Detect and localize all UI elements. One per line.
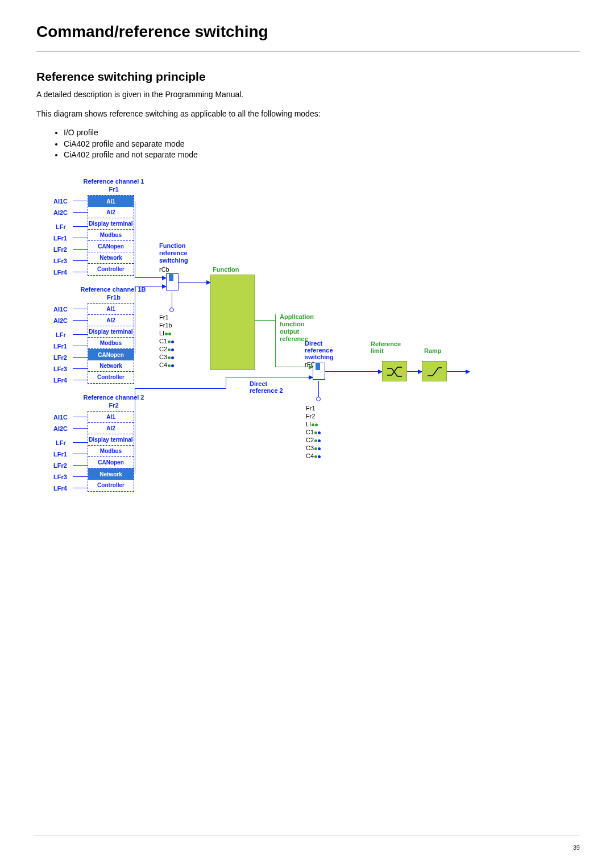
divider-top — [36, 51, 580, 52]
selector-option: AI2 — [88, 207, 134, 218]
opt: C4 — [306, 452, 321, 460]
selector-ch1b: AI1 AI2 Display terminal Modbus CANopen … — [88, 303, 134, 384]
connector — [135, 201, 135, 277]
opt: Fr2 — [306, 412, 321, 420]
rfc-options: Fr1 Fr2 LI C1 C2 C3 C4 — [306, 404, 321, 460]
connector — [318, 381, 319, 397]
selector-option: Network — [88, 360, 134, 372]
app-output-label: Application function output reference — [280, 313, 314, 343]
selector-option: CANopen — [88, 457, 134, 468]
intro-1: A detailed description is given in the P… — [36, 89, 580, 101]
opt: Fr1 — [159, 313, 174, 321]
input-label: LFr3 — [53, 474, 78, 480]
input-label: LFr4 — [53, 377, 78, 384]
channel-sub: Fr1b — [80, 294, 148, 301]
connector — [226, 377, 226, 388]
opt: C2 — [306, 436, 321, 444]
connector — [73, 212, 88, 213]
opt: C4 — [159, 361, 174, 369]
input-label: LFr3 — [53, 258, 78, 264]
opt: LI — [306, 420, 321, 428]
selector-option: AI1 — [88, 412, 134, 423]
list-item: CiA402 profile and separate mode — [64, 139, 580, 150]
input-label: AI1C — [53, 414, 78, 421]
selector-option: Display terminal — [88, 218, 134, 230]
connector — [73, 260, 88, 261]
selector-option: AI2 — [88, 315, 134, 326]
connector — [73, 368, 88, 369]
connector — [73, 226, 88, 227]
selector-option: Display terminal — [88, 434, 134, 446]
ramp-block — [422, 361, 447, 381]
input-label: AI2C — [53, 209, 78, 216]
connector — [73, 488, 88, 488]
input-label: LFr4 — [53, 269, 78, 276]
connector — [73, 428, 88, 429]
function-block — [210, 275, 255, 370]
direct-ref-switch-label: Direct reference switching — [305, 340, 334, 360]
input-label: AI2C — [53, 317, 78, 324]
page-number: 39 — [573, 844, 580, 851]
connector — [73, 320, 88, 321]
input-label: LFr — [56, 223, 81, 230]
selector-option: CANopen — [88, 349, 134, 360]
selector-ch1: AI1 AI2 Display terminal Modbus CANopen … — [88, 195, 134, 276]
connector — [73, 249, 88, 250]
selector-option: AI1 — [88, 304, 134, 315]
input-label: LFr — [56, 331, 81, 338]
connector — [73, 357, 88, 358]
opt: Fr1b — [159, 321, 174, 329]
opt: C1 — [159, 337, 174, 345]
selector-option: Modbus — [88, 446, 134, 457]
opt: Fr1 — [306, 404, 321, 412]
input-label: AI1C — [53, 306, 78, 313]
direct-ref2-label: Directreference 2 — [250, 380, 283, 394]
switch-knob — [316, 397, 321, 401]
input-label: LFr1 — [53, 343, 78, 350]
selector-option: Controller — [88, 372, 134, 383]
connector — [73, 476, 88, 477]
input-label: LFr4 — [53, 485, 78, 492]
func-ref-switch-title: Function — [159, 242, 185, 249]
connector — [135, 388, 135, 474]
ref-limit-block — [382, 361, 407, 381]
connector — [407, 371, 422, 372]
selector-option: Modbus — [88, 338, 134, 349]
func-ref-switch-line2: reference — [159, 250, 188, 256]
input-label: LFr2 — [53, 246, 78, 253]
opt: C1 — [306, 428, 321, 436]
channel-sub: Fr2 — [80, 402, 148, 409]
connector — [179, 282, 210, 283]
list-item: I/O profile — [64, 127, 580, 139]
connector — [447, 371, 470, 372]
ramp-label: Ramp — [424, 347, 442, 354]
selector-option: AI2 — [88, 423, 134, 434]
channel-title: Reference channel 1B — [76, 286, 150, 293]
channel-title: Reference channel 2 — [80, 394, 148, 401]
channel-title: Reference channel 1 — [80, 178, 148, 185]
list-item: CiA402 profile and not separate mode — [64, 149, 580, 161]
switch-knob — [169, 308, 174, 312]
connector — [73, 309, 88, 309]
rcb-options: Fr1 Fr1b LI C1 C2 C3 C4 — [159, 313, 174, 369]
input-label: LFr3 — [53, 366, 78, 372]
connector — [73, 334, 88, 335]
connector — [255, 320, 275, 321]
connector — [275, 314, 276, 367]
section-title: Reference switching principle — [36, 70, 580, 84]
connector — [73, 465, 88, 466]
input-label: LFr — [56, 439, 81, 446]
selector-option: Controller — [88, 480, 134, 491]
connector — [135, 388, 226, 389]
selector-option: Display terminal — [88, 326, 134, 338]
input-label: AI1C — [53, 198, 78, 205]
switch-rcb — [166, 273, 179, 290]
connector — [73, 238, 88, 238]
selector-option: AI1 — [88, 196, 134, 207]
selector-option: Network — [88, 252, 134, 264]
connector — [73, 346, 88, 346]
limiter-icon — [386, 365, 403, 377]
input-label: LFr1 — [53, 235, 78, 242]
opt: C2 — [159, 345, 174, 353]
selector-ch2: AI1 AI2 Display terminal Modbus CANopen … — [88, 411, 134, 492]
